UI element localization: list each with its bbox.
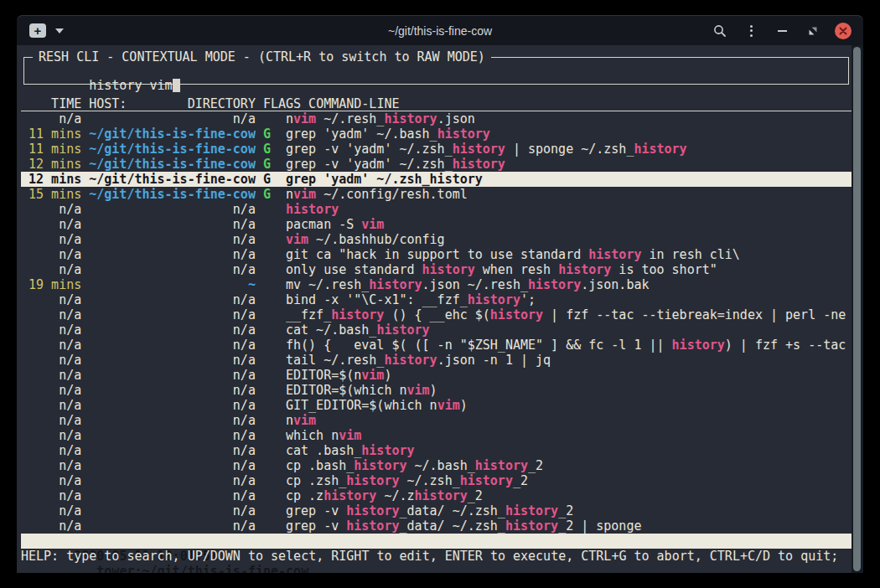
command-text: ~/.bash_ (407, 458, 475, 473)
command-match-text: history (376, 322, 429, 338)
row-flags: G (263, 142, 271, 157)
history-row[interactable]: n/an/afh() { eval $( ([ -n "$ZSH_NAME" ]… (21, 338, 852, 353)
row-flags: G (263, 157, 271, 172)
command-text: ~/.config/resh.toml (316, 187, 468, 202)
row-flags (263, 503, 271, 518)
command-match-text: history (558, 262, 611, 277)
row-command: tail ~/.resh_history.json -n 1 | jq (286, 353, 852, 368)
history-row[interactable]: n/an/agrep -v history_data/ ~/.zsh_histo… (21, 503, 852, 518)
status-bar: 2020-05-11 12:01:51 tower:~/git/this-is-… (21, 534, 852, 549)
history-row[interactable]: n/an/agit ca "hack in support to use sta… (21, 247, 852, 262)
row-flags (263, 232, 271, 247)
row-time: n/a (21, 262, 81, 277)
row-time: 19 mins (21, 277, 81, 292)
history-row[interactable]: n/an/acp .bash_history ~/.bash_history_2 (21, 458, 852, 473)
row-command: nvim (286, 413, 852, 428)
search-button[interactable] (711, 22, 729, 40)
row-time: n/a (21, 473, 81, 488)
row-directory: ~ (89, 277, 256, 292)
row-directory: n/a (89, 247, 256, 262)
history-row[interactable]: n/an/atail ~/.resh_history.json -n 1 | j… (21, 353, 852, 368)
history-row[interactable]: n/an/awhich nvim (21, 428, 852, 443)
history-row[interactable]: n/an/anvim ~/.resh_history.json (21, 111, 852, 126)
row-command: only use standard history when resh hist… (286, 262, 852, 277)
history-row[interactable]: n/an/abind -x '"\C-x1": __fzf_history'; (21, 292, 852, 307)
command-match-text: history (437, 126, 490, 142)
history-row[interactable]: 15 mins~/git/this-is-fine-cowGnvim ~/.co… (21, 187, 852, 202)
command-text: mv ~/.resh_ (286, 277, 369, 292)
history-row[interactable]: n/an/aonly use standard history when res… (21, 262, 852, 277)
history-row-selected[interactable]: 12 mins~/git/this-is-fine-cowGgrep 'yadm… (21, 172, 852, 187)
row-directory: ~/git/this-is-fine-cow (89, 157, 256, 172)
command-text: grep -v 'yadm' ~/.zsh_ (286, 142, 453, 157)
menu-button[interactable] (742, 22, 760, 40)
history-row[interactable]: n/an/acp .zhistory ~/.zhistory_2 (21, 488, 852, 503)
close-button[interactable] (835, 23, 852, 39)
row-directory: n/a (89, 413, 256, 428)
history-row[interactable]: n/an/acat ~/.bash_history (21, 322, 852, 338)
row-time: n/a (21, 428, 81, 443)
history-row[interactable]: n/an/acp .zsh_history ~/.zsh_history_2 (21, 473, 852, 488)
minimize-icon (778, 30, 787, 32)
row-flags (263, 458, 271, 473)
command-text: in resh cli\ (641, 247, 739, 262)
command-match-text: history (453, 157, 505, 172)
command-match-text: history (286, 202, 339, 217)
row-time: n/a (21, 353, 81, 368)
history-row[interactable]: n/an/a__fzf_history () { __ehc $(history… (21, 307, 852, 322)
row-command: EDITOR=$(nvim) (286, 368, 852, 383)
command-text: cp .bash_ (286, 458, 354, 473)
history-row[interactable]: n/an/acat .bash_history (21, 443, 852, 458)
row-directory: ~/git/this-is-fine-cow (89, 126, 256, 142)
tab-dropdown-button[interactable] (55, 28, 64, 34)
minimize-button[interactable] (773, 22, 791, 40)
history-row[interactable]: n/an/aEDITOR=$(nvim) (21, 368, 852, 383)
row-directory: n/a (89, 353, 256, 368)
history-row[interactable]: 11 mins~/git/this-is-fine-cowGgrep 'yadm… (21, 126, 852, 142)
command-text: ~/.zsh_ (399, 473, 459, 488)
row-time: n/a (21, 307, 81, 322)
command-match-text: history (634, 142, 686, 157)
search-input[interactable]: history vim (24, 58, 848, 108)
row-time: n/a (21, 488, 81, 503)
history-row[interactable]: n/an/avim ~/.bashhub/config (21, 232, 852, 247)
row-flags (263, 398, 271, 413)
row-time: n/a (21, 458, 81, 473)
row-command: nvim ~/.resh_history.json (286, 111, 852, 126)
row-flags (263, 202, 271, 217)
row-command: cat .bash_history (286, 443, 852, 458)
row-time: n/a (21, 443, 81, 458)
scrollbar-thumb[interactable] (853, 47, 861, 571)
command-text: _2 (468, 488, 483, 503)
command-match-text: history (384, 111, 437, 126)
history-row[interactable]: 19 mins~mv ~/.resh_history.json ~/.resh_… (21, 277, 852, 292)
restore-button[interactable] (804, 22, 822, 40)
history-row[interactable]: n/an/ahistory (21, 202, 852, 217)
new-tab-button[interactable]: + (29, 23, 46, 38)
command-text: .json.bak (581, 277, 649, 292)
history-row[interactable]: n/an/anvim (21, 413, 852, 428)
command-text: grep -v 'yadm' ~/.zsh_ (286, 157, 453, 172)
resh-search-panel: RESH CLI - CONTEXTUAL MODE - (CTRL+R to … (23, 57, 849, 85)
history-row[interactable]: n/an/aGIT_EDITOR=$(which nvim) (21, 398, 852, 413)
row-directory: n/a (89, 292, 256, 307)
command-text: when resh (475, 262, 558, 277)
command-text: _2 (528, 458, 543, 473)
command-match-text: history (324, 488, 376, 503)
history-row[interactable]: n/an/apacman -S vim (21, 217, 852, 232)
history-row[interactable]: 12 mins~/git/this-is-fine-cowGgrep -v 'y… (21, 157, 852, 172)
history-row[interactable]: n/an/aEDITOR=$(which nvim) (21, 383, 852, 398)
row-time: n/a (21, 518, 81, 534)
command-match-text: history (475, 458, 528, 473)
row-command: cat ~/.bash_history (286, 322, 852, 338)
command-text: _2 | sponge (558, 518, 641, 534)
row-command: grep 'yadm' ~/.zsh_history (286, 172, 852, 187)
row-command: vim ~/.bashhub/config (286, 232, 852, 247)
history-row[interactable]: n/an/agrep -v history_data/ ~/.zsh_histo… (21, 518, 852, 534)
row-directory: n/a (89, 111, 256, 126)
row-directory: n/a (89, 518, 256, 534)
row-time: n/a (21, 503, 81, 518)
command-text: EDITOR=$(which n (286, 383, 407, 398)
history-row[interactable]: 11 mins~/git/this-is-fine-cowGgrep -v 'y… (21, 142, 852, 157)
scrollbar[interactable] (852, 45, 863, 573)
